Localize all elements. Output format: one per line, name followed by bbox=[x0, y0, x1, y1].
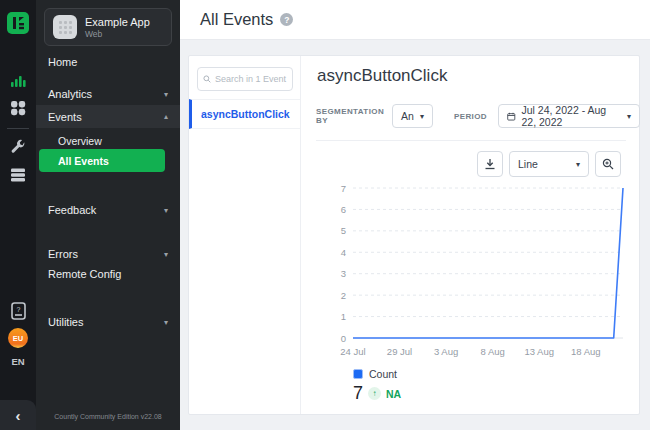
svg-text:1: 1 bbox=[341, 311, 346, 322]
event-name: asyncButtonClick bbox=[201, 108, 290, 120]
download-chart-button[interactable] bbox=[477, 151, 503, 177]
segmentation-dropdown[interactable]: An ▾ bbox=[392, 104, 433, 128]
count-change: NA bbox=[386, 388, 401, 400]
server-stack-icon bbox=[10, 167, 26, 183]
caret-down-icon: ▾ bbox=[164, 90, 168, 99]
legend-count-swatch[interactable] bbox=[353, 369, 363, 379]
segmentation-value: An bbox=[401, 110, 414, 122]
download-icon bbox=[484, 158, 496, 170]
caret-down-icon: ▾ bbox=[164, 206, 168, 215]
sidebar-item-errors[interactable]: Errors ▾ bbox=[36, 244, 180, 264]
nav-label: All Events bbox=[58, 155, 109, 167]
event-search bbox=[197, 67, 293, 91]
period-label: PERIOD bbox=[454, 112, 487, 121]
apps-grid-icon[interactable] bbox=[0, 98, 36, 118]
chart-toolbar: Line ▾ bbox=[477, 151, 621, 177]
management-wrench-icon[interactable] bbox=[0, 137, 36, 157]
version-footer: Countly Community Edition v22.08 bbox=[36, 413, 180, 420]
wrench-icon bbox=[10, 139, 26, 155]
page-title: All Events bbox=[200, 10, 273, 29]
sidebar-item-feedback[interactable]: Feedback ▾ bbox=[36, 200, 180, 220]
caret-down-icon: ▾ bbox=[627, 112, 631, 121]
app-platform: Web bbox=[85, 29, 150, 39]
legend-count-label: Count bbox=[369, 368, 397, 380]
data-manager-icon[interactable] bbox=[0, 165, 36, 185]
sidebar-item-events[interactable]: Events ▴ bbox=[36, 105, 180, 128]
sidebar-collapse-button[interactable]: ‹ bbox=[0, 400, 36, 430]
caret-down-icon: ▾ bbox=[420, 112, 424, 121]
svg-text:5: 5 bbox=[341, 225, 346, 236]
help-center-icon[interactable]: ? bbox=[0, 300, 36, 322]
svg-text:?: ? bbox=[16, 306, 20, 313]
count-total: 7 bbox=[353, 383, 363, 404]
app-switcher[interactable]: Example App Web bbox=[44, 8, 172, 46]
page-header: All Events ? bbox=[180, 0, 650, 40]
caret-down-icon: ▾ bbox=[164, 250, 168, 259]
app-icon bbox=[53, 15, 77, 39]
events-list-panel: asyncButtonClick bbox=[189, 56, 301, 414]
nav-label: Errors bbox=[48, 248, 78, 260]
svg-text:18 Aug: 18 Aug bbox=[571, 346, 601, 357]
section-divider bbox=[316, 140, 626, 141]
trend-up-icon: ↑ bbox=[368, 387, 381, 400]
caret-down-icon: ▾ bbox=[576, 160, 580, 169]
events-line-chart: 0123456724 Jul29 Jul3 Aug8 Aug13 Aug18 A… bbox=[331, 183, 631, 363]
help-tooltip-icon[interactable]: ? bbox=[280, 13, 293, 26]
svg-text:13 Aug: 13 Aug bbox=[524, 346, 554, 357]
segmentation-label: SEGMENTATION BY bbox=[316, 107, 384, 125]
main-content: All Events ? asyncButtonClick asyncButto… bbox=[180, 0, 650, 430]
sidebar-item-all-events[interactable]: All Events bbox=[39, 149, 165, 172]
period-dropdown[interactable]: Jul 24, 2022 - Aug 22, 2022 ▾ bbox=[498, 104, 640, 128]
events-card: asyncButtonClick asyncButtonClick SEGMEN… bbox=[188, 55, 640, 415]
sidebar-item-utilities[interactable]: Utilities ▾ bbox=[36, 312, 180, 332]
bar-chart-icon bbox=[10, 72, 26, 88]
svg-text:7: 7 bbox=[341, 183, 346, 194]
svg-text:0: 0 bbox=[341, 333, 346, 344]
chart-legend: Count 7 ↑ NA bbox=[353, 368, 401, 404]
event-detail-panel: asyncButtonClick SEGMENTATION BY An ▾ PE… bbox=[301, 56, 640, 414]
svg-text:29 Jul: 29 Jul bbox=[387, 346, 412, 357]
svg-text:2: 2 bbox=[341, 290, 346, 301]
user-avatar[interactable]: EU bbox=[8, 328, 28, 348]
nav-label: Remote Config bbox=[48, 268, 121, 280]
sidebar-item-events-overview[interactable]: Overview bbox=[36, 131, 180, 151]
svg-text:4: 4 bbox=[341, 247, 346, 258]
period-value: Jul 24, 2022 - Aug 22, 2022 bbox=[522, 104, 621, 128]
svg-text:3: 3 bbox=[341, 268, 346, 279]
chart-type-dropdown[interactable]: Line ▾ bbox=[509, 151, 589, 177]
nav-label: Home bbox=[48, 56, 77, 68]
nav-label: Overview bbox=[58, 135, 102, 147]
calendar-icon bbox=[507, 111, 516, 122]
icon-rail: ? EU EN ‹ bbox=[0, 0, 36, 430]
app-name: Example App bbox=[85, 16, 150, 29]
chart-type-value: Line bbox=[518, 158, 538, 170]
rail-divider bbox=[7, 128, 29, 129]
chevron-left-icon: ‹ bbox=[16, 407, 21, 424]
event-detail-title: asyncButtonClick bbox=[317, 66, 447, 86]
caret-down-icon: ▾ bbox=[164, 318, 168, 327]
sidebar-item-remote-config[interactable]: Remote Config bbox=[36, 264, 180, 284]
nav-label: Feedback bbox=[48, 204, 96, 216]
event-list-item-selected[interactable]: asyncButtonClick bbox=[189, 99, 300, 129]
sidebar-item-analytics[interactable]: Analytics ▾ bbox=[36, 84, 180, 104]
nav-label: Analytics bbox=[48, 88, 92, 100]
grid-icon bbox=[10, 100, 26, 116]
countly-logo[interactable] bbox=[0, 12, 36, 34]
svg-text:6: 6 bbox=[341, 204, 346, 215]
nav-label: Utilities bbox=[48, 316, 83, 328]
svg-text:24 Jul: 24 Jul bbox=[340, 346, 365, 357]
search-icon bbox=[203, 74, 211, 84]
language-selector[interactable]: EN bbox=[0, 356, 36, 367]
zoom-in-icon bbox=[602, 158, 614, 170]
caret-up-icon: ▴ bbox=[164, 112, 168, 121]
nav-label: Events bbox=[48, 111, 82, 123]
countly-logo-icon bbox=[7, 12, 29, 34]
sidebar: Example App Web Home Analytics ▾ Events … bbox=[36, 0, 180, 430]
controls-row: SEGMENTATION BY An ▾ PERIOD Jul 24, 2022… bbox=[316, 104, 640, 128]
svg-text:3 Aug: 3 Aug bbox=[434, 346, 458, 357]
sidebar-item-home[interactable]: Home bbox=[36, 52, 180, 72]
event-search-input[interactable] bbox=[215, 74, 287, 84]
analytics-bars-icon[interactable] bbox=[0, 70, 36, 90]
svg-text:8 Aug: 8 Aug bbox=[480, 346, 504, 357]
chart-zoom-button[interactable] bbox=[595, 151, 621, 177]
